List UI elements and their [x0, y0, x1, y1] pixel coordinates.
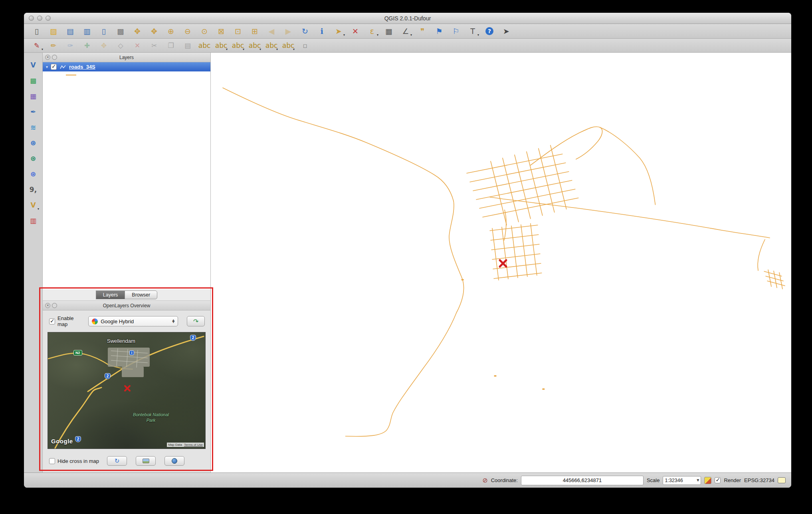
map-attribution: Map Data Terms of Use [167, 443, 204, 447]
help-button[interactable]: ? ▾ [482, 25, 497, 37]
tab-layers[interactable]: Layers [96, 291, 125, 299]
layer-expander-icon[interactable]: ▾ [46, 65, 48, 69]
hide-cross-checkbox[interactable] [49, 458, 55, 464]
label-pin-button[interactable]: abc ▾ [214, 40, 228, 51]
save-layer-edits-button[interactable]: ✑ ▾ [63, 40, 77, 51]
add-mssql-layer-button[interactable]: ≋ ▾ [26, 121, 40, 133]
zoom-to-selection-button[interactable]: ⊡ ▾ [231, 25, 245, 37]
update-map-button[interactable]: ↷ [187, 316, 205, 326]
node-tool-button[interactable]: ◇ ▾ [113, 40, 128, 51]
zoom-last-button[interactable]: ◀ ▾ [264, 25, 279, 37]
open-attribute-table-button[interactable]: ▦ ▾ [382, 25, 396, 37]
paste-features-button[interactable]: ▤ ▾ [180, 40, 195, 51]
panel-close-button[interactable]: ✕ [45, 303, 50, 308]
layer-name: roads_34S [69, 64, 95, 70]
tab-browser[interactable]: Browser [125, 291, 157, 299]
panel-float-button[interactable]: ◦ [52, 55, 57, 60]
save-project-as-button[interactable]: ▥ ▾ [80, 25, 94, 37]
cut-features-button[interactable]: ✂ ▾ [147, 40, 161, 51]
save-project-button[interactable]: ▤ ▾ [63, 25, 77, 37]
add-vector-layer-button[interactable]: V ▾ [26, 59, 40, 71]
panel-float-button[interactable]: ◦ [52, 303, 57, 308]
identify-icon: ℹ [320, 28, 323, 35]
pan-to-selection-button[interactable]: ✥ ▾ [147, 25, 161, 37]
snapshot-button[interactable] [136, 456, 156, 466]
pan-map-button[interactable]: ✥ ▾ [130, 25, 145, 37]
add-raster-layer-button[interactable]: ▩ ▾ [26, 75, 40, 87]
label-rotate-button[interactable]: abc ▾ [264, 40, 279, 51]
add-postgis-layer-button[interactable]: ▦ ▾ [26, 90, 40, 102]
coordinate-input[interactable] [521, 476, 644, 485]
whats-this-button[interactable]: ➤ ▾ [499, 25, 513, 37]
identify-features-button[interactable]: ℹ ▾ [315, 25, 329, 37]
composer-manager-button[interactable]: ▩ ▾ [113, 25, 128, 37]
map-canvas[interactable] [211, 53, 791, 472]
zoom-full-icon: ⊠ [218, 28, 224, 35]
map-type-value: Google Hybrid [101, 318, 169, 324]
titlebar[interactable]: QGIS 2.0.1-Dufour [24, 13, 791, 24]
refresh-overview-button[interactable]: ↻ [107, 456, 127, 466]
refresh-map-button[interactable]: ↻ ▾ [298, 25, 312, 37]
poi-marker: i [129, 350, 134, 355]
zoom-to-layer-button[interactable]: ⊞ ▾ [248, 25, 262, 37]
map-type-combobox[interactable]: Google Hybrid ▲▼ [88, 316, 178, 326]
zoom-out-icon: ⊖ [184, 28, 191, 35]
terms-of-use-link[interactable]: Terms of Use [184, 443, 203, 447]
selection-frame-button[interactable]: ▫ ▾ [298, 40, 312, 51]
label-highlight-button[interactable]: abc ▾ [231, 40, 245, 51]
new-project-button[interactable]: ▯ ▾ [30, 25, 44, 37]
add-feature-button[interactable]: ✚ ▾ [80, 40, 94, 51]
extents-toggle-icon[interactable]: ⊘ [482, 476, 487, 484]
log-messages-icon[interactable] [778, 477, 786, 483]
render-checkbox[interactable] [715, 477, 721, 483]
measure-button[interactable]: ∠ ▾ [398, 25, 413, 37]
google-map-preview[interactable]: Swellendam N2 2 2 2 i Bontebok National … [48, 332, 206, 449]
label-properties-button[interactable]: abc ▾ [281, 40, 295, 51]
zoom-next-button[interactable]: ▶ ▾ [281, 25, 295, 37]
scale-label: Scale [647, 477, 660, 483]
remove-layer-button[interactable]: ▥ ▾ [26, 215, 40, 227]
select-features-button[interactable]: ➤ ▾ [331, 25, 346, 37]
panel-close-button[interactable]: ✕ [45, 55, 50, 60]
map-tips-button[interactable]: ❞ ▾ [415, 25, 430, 37]
minimize-window-button[interactable] [37, 16, 42, 21]
select-by-expression-button[interactable]: ε ▾ [365, 25, 379, 37]
deselect-all-button[interactable]: ✕ ▾ [348, 25, 362, 37]
open-project-button[interactable]: ▨ ▾ [46, 25, 61, 37]
move-feature-button[interactable]: ✥ ▾ [97, 40, 111, 51]
show-bookmarks-button[interactable]: ⚐ ▾ [449, 25, 463, 37]
close-window-button[interactable] [29, 16, 34, 21]
toggle-editing-button[interactable]: ✏ ▾ [46, 40, 61, 51]
zoom-out-button[interactable]: ⊖ ▾ [180, 25, 195, 37]
zoom-full-button[interactable]: ⊠ ▾ [214, 25, 228, 37]
composer-icon: ▯ [102, 28, 106, 35]
add-delimited-text-button[interactable]: 9, ▾ [26, 184, 40, 196]
new-shapefile-button[interactable]: V ▾ [26, 199, 40, 211]
add-spatialite-layer-button[interactable]: ✒ ▾ [26, 106, 40, 118]
delete-selected-button[interactable]: ✕ ▾ [130, 40, 145, 51]
scale-combobox[interactable]: 1:32346 ▼ [663, 476, 701, 485]
copy-features-button[interactable]: ❐ ▾ [164, 40, 178, 51]
world-view-button[interactable] [164, 456, 184, 466]
add-wfs-layer-button[interactable]: ⊛ ▾ [26, 168, 40, 180]
new-print-composer-button[interactable]: ▯ ▾ [97, 25, 111, 37]
layer-tree: ▾ roads_34S [43, 62, 210, 289]
text-annotation-button[interactable]: T ▾ [465, 25, 480, 37]
overview-panel-header: ✕ ◦ OpenLayers Overview [43, 301, 210, 310]
new-bookmark-button[interactable]: ⚑ ▾ [432, 25, 446, 37]
zoom-window-button[interactable] [46, 16, 51, 21]
labeling-button[interactable]: abc ▾ [197, 40, 212, 51]
layer-visibility-checkbox[interactable] [51, 64, 57, 70]
add-wcs-layer-button[interactable]: ⊛ ▾ [26, 152, 40, 164]
add-wms-layer-button[interactable]: ⊛ ▾ [26, 137, 40, 149]
dropdown-arrow-icon: ▾ [42, 47, 43, 51]
enable-map-checkbox[interactable] [49, 318, 55, 324]
delete-icon: ✕ [135, 42, 140, 49]
label-move-button[interactable]: abc ▾ [248, 40, 262, 51]
save-edits-icon: ✑ [67, 42, 73, 49]
zoom-native-button[interactable]: ⊙ ▾ [197, 25, 212, 37]
layer-item-roads-34s[interactable]: ▾ roads_34S [43, 62, 210, 71]
current-edits-button[interactable]: ✎ ▾ [30, 40, 44, 51]
crs-status-icon[interactable] [704, 477, 711, 484]
zoom-in-button[interactable]: ⊕ ▾ [164, 25, 178, 37]
